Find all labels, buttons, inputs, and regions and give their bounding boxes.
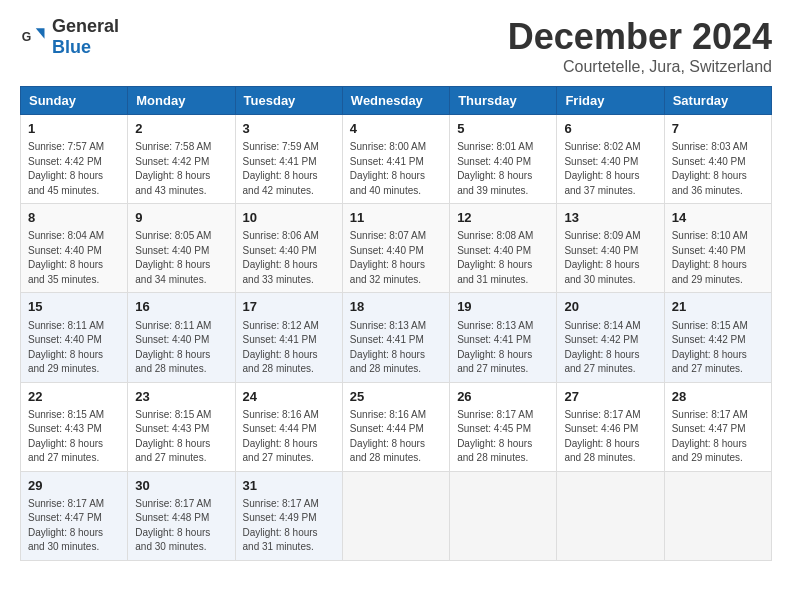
calendar-cell: 6Sunrise: 8:02 AMSunset: 4:40 PMDaylight… [557, 115, 664, 204]
weekday-header-saturday: Saturday [664, 87, 771, 115]
day-number: 28 [672, 388, 764, 406]
day-number: 9 [135, 209, 227, 227]
day-info: Sunrise: 8:16 AMSunset: 4:44 PMDaylight:… [243, 408, 335, 466]
calendar-cell: 5Sunrise: 8:01 AMSunset: 4:40 PMDaylight… [450, 115, 557, 204]
calendar-cell: 23Sunrise: 8:15 AMSunset: 4:43 PMDayligh… [128, 382, 235, 471]
weekday-header-row: SundayMondayTuesdayWednesdayThursdayFrid… [21, 87, 772, 115]
calendar-cell: 9Sunrise: 8:05 AMSunset: 4:40 PMDaylight… [128, 204, 235, 293]
calendar-cell: 20Sunrise: 8:14 AMSunset: 4:42 PMDayligh… [557, 293, 664, 382]
day-info: Sunrise: 8:11 AMSunset: 4:40 PMDaylight:… [135, 319, 227, 377]
day-number: 26 [457, 388, 549, 406]
day-number: 31 [243, 477, 335, 495]
logo-general: General [52, 16, 119, 36]
calendar-cell [557, 471, 664, 560]
day-info: Sunrise: 8:17 AMSunset: 4:47 PMDaylight:… [28, 497, 120, 555]
day-info: Sunrise: 8:16 AMSunset: 4:44 PMDaylight:… [350, 408, 442, 466]
day-number: 12 [457, 209, 549, 227]
calendar-table: SundayMondayTuesdayWednesdayThursdayFrid… [20, 86, 772, 561]
day-number: 1 [28, 120, 120, 138]
day-number: 15 [28, 298, 120, 316]
day-number: 16 [135, 298, 227, 316]
day-info: Sunrise: 8:10 AMSunset: 4:40 PMDaylight:… [672, 229, 764, 287]
calendar-cell: 25Sunrise: 8:16 AMSunset: 4:44 PMDayligh… [342, 382, 449, 471]
day-number: 13 [564, 209, 656, 227]
header: G General Blue December 2024 Courtetelle… [20, 16, 772, 76]
calendar-cell [450, 471, 557, 560]
day-info: Sunrise: 7:57 AMSunset: 4:42 PMDaylight:… [28, 140, 120, 198]
day-info: Sunrise: 8:15 AMSunset: 4:43 PMDaylight:… [28, 408, 120, 466]
day-info: Sunrise: 8:04 AMSunset: 4:40 PMDaylight:… [28, 229, 120, 287]
calendar-cell: 13Sunrise: 8:09 AMSunset: 4:40 PMDayligh… [557, 204, 664, 293]
day-info: Sunrise: 8:06 AMSunset: 4:40 PMDaylight:… [243, 229, 335, 287]
svg-text:G: G [22, 30, 32, 44]
calendar-cell: 8Sunrise: 8:04 AMSunset: 4:40 PMDaylight… [21, 204, 128, 293]
calendar-cell: 15Sunrise: 8:11 AMSunset: 4:40 PMDayligh… [21, 293, 128, 382]
calendar-cell: 22Sunrise: 8:15 AMSunset: 4:43 PMDayligh… [21, 382, 128, 471]
day-number: 23 [135, 388, 227, 406]
calendar-cell: 17Sunrise: 8:12 AMSunset: 4:41 PMDayligh… [235, 293, 342, 382]
day-info: Sunrise: 7:58 AMSunset: 4:42 PMDaylight:… [135, 140, 227, 198]
calendar-cell: 4Sunrise: 8:00 AMSunset: 4:41 PMDaylight… [342, 115, 449, 204]
day-info: Sunrise: 8:12 AMSunset: 4:41 PMDaylight:… [243, 319, 335, 377]
month-title: December 2024 [508, 16, 772, 58]
calendar-cell: 11Sunrise: 8:07 AMSunset: 4:40 PMDayligh… [342, 204, 449, 293]
day-info: Sunrise: 8:02 AMSunset: 4:40 PMDaylight:… [564, 140, 656, 198]
day-number: 24 [243, 388, 335, 406]
day-info: Sunrise: 8:08 AMSunset: 4:40 PMDaylight:… [457, 229, 549, 287]
weekday-header-tuesday: Tuesday [235, 87, 342, 115]
day-number: 2 [135, 120, 227, 138]
weekday-header-wednesday: Wednesday [342, 87, 449, 115]
day-info: Sunrise: 8:09 AMSunset: 4:40 PMDaylight:… [564, 229, 656, 287]
day-number: 29 [28, 477, 120, 495]
day-info: Sunrise: 8:07 AMSunset: 4:40 PMDaylight:… [350, 229, 442, 287]
day-number: 18 [350, 298, 442, 316]
day-info: Sunrise: 8:11 AMSunset: 4:40 PMDaylight:… [28, 319, 120, 377]
weekday-header-thursday: Thursday [450, 87, 557, 115]
day-number: 11 [350, 209, 442, 227]
logo-icon: G [20, 23, 48, 51]
weekday-header-friday: Friday [557, 87, 664, 115]
weekday-header-monday: Monday [128, 87, 235, 115]
calendar-cell: 16Sunrise: 8:11 AMSunset: 4:40 PMDayligh… [128, 293, 235, 382]
day-number: 22 [28, 388, 120, 406]
day-number: 4 [350, 120, 442, 138]
week-row-3: 15Sunrise: 8:11 AMSunset: 4:40 PMDayligh… [21, 293, 772, 382]
day-info: Sunrise: 8:17 AMSunset: 4:48 PMDaylight:… [135, 497, 227, 555]
day-number: 27 [564, 388, 656, 406]
day-info: Sunrise: 8:13 AMSunset: 4:41 PMDaylight:… [350, 319, 442, 377]
calendar-cell: 26Sunrise: 8:17 AMSunset: 4:45 PMDayligh… [450, 382, 557, 471]
calendar-cell: 27Sunrise: 8:17 AMSunset: 4:46 PMDayligh… [557, 382, 664, 471]
calendar-cell: 21Sunrise: 8:15 AMSunset: 4:42 PMDayligh… [664, 293, 771, 382]
day-info: Sunrise: 8:17 AMSunset: 4:45 PMDaylight:… [457, 408, 549, 466]
logo-blue: Blue [52, 37, 91, 57]
day-number: 3 [243, 120, 335, 138]
day-info: Sunrise: 8:17 AMSunset: 4:46 PMDaylight:… [564, 408, 656, 466]
calendar-cell [664, 471, 771, 560]
calendar-cell: 18Sunrise: 8:13 AMSunset: 4:41 PMDayligh… [342, 293, 449, 382]
day-number: 8 [28, 209, 120, 227]
calendar-cell: 28Sunrise: 8:17 AMSunset: 4:47 PMDayligh… [664, 382, 771, 471]
calendar-cell: 7Sunrise: 8:03 AMSunset: 4:40 PMDaylight… [664, 115, 771, 204]
calendar-cell: 24Sunrise: 8:16 AMSunset: 4:44 PMDayligh… [235, 382, 342, 471]
week-row-1: 1Sunrise: 7:57 AMSunset: 4:42 PMDaylight… [21, 115, 772, 204]
calendar-cell: 10Sunrise: 8:06 AMSunset: 4:40 PMDayligh… [235, 204, 342, 293]
day-info: Sunrise: 8:00 AMSunset: 4:41 PMDaylight:… [350, 140, 442, 198]
day-number: 17 [243, 298, 335, 316]
week-row-2: 8Sunrise: 8:04 AMSunset: 4:40 PMDaylight… [21, 204, 772, 293]
calendar-cell [342, 471, 449, 560]
day-info: Sunrise: 8:14 AMSunset: 4:42 PMDaylight:… [564, 319, 656, 377]
calendar-cell: 31Sunrise: 8:17 AMSunset: 4:49 PMDayligh… [235, 471, 342, 560]
day-number: 10 [243, 209, 335, 227]
weekday-header-sunday: Sunday [21, 87, 128, 115]
logo: G General Blue [20, 16, 119, 58]
location-title: Courtetelle, Jura, Switzerland [508, 58, 772, 76]
calendar-cell: 29Sunrise: 8:17 AMSunset: 4:47 PMDayligh… [21, 471, 128, 560]
calendar-cell: 30Sunrise: 8:17 AMSunset: 4:48 PMDayligh… [128, 471, 235, 560]
day-info: Sunrise: 8:17 AMSunset: 4:47 PMDaylight:… [672, 408, 764, 466]
day-info: Sunrise: 8:05 AMSunset: 4:40 PMDaylight:… [135, 229, 227, 287]
day-number: 14 [672, 209, 764, 227]
calendar-cell: 1Sunrise: 7:57 AMSunset: 4:42 PMDaylight… [21, 115, 128, 204]
day-number: 20 [564, 298, 656, 316]
day-info: Sunrise: 8:15 AMSunset: 4:43 PMDaylight:… [135, 408, 227, 466]
calendar-cell: 19Sunrise: 8:13 AMSunset: 4:41 PMDayligh… [450, 293, 557, 382]
